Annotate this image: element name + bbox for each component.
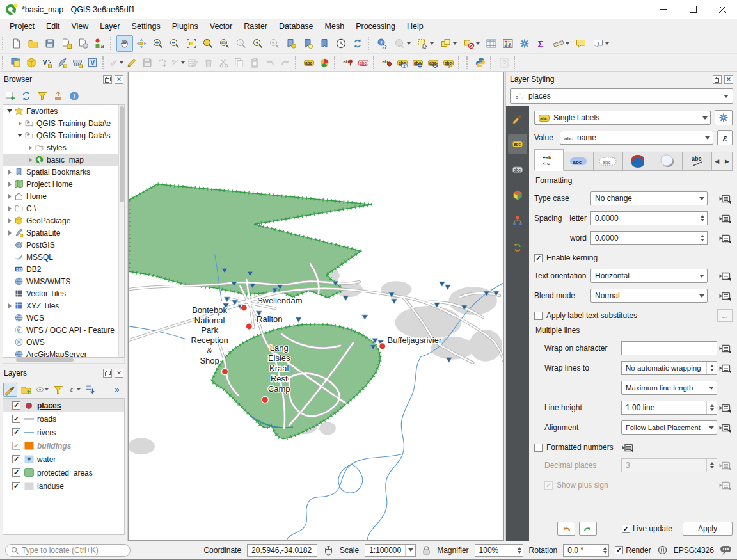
layer-visibility-checkbox[interactable]: ✓ bbox=[12, 401, 20, 410]
layer-visibility-checkbox[interactable]: ✓ bbox=[12, 455, 20, 463]
tab-mask[interactable]: abc bbox=[594, 152, 623, 171]
rotation-spinner[interactable]: 0.0 ° bbox=[563, 544, 609, 557]
add-group-button[interactable] bbox=[19, 383, 33, 397]
temporal-controller-button[interactable] bbox=[333, 35, 349, 52]
scale-combo[interactable]: 1:100000 bbox=[365, 544, 416, 557]
add-selected-layers-button[interactable] bbox=[3, 89, 17, 103]
layer-diagram-options-button[interactable] bbox=[317, 55, 332, 70]
coordinate-field[interactable]: 20.5946,-34.0182 bbox=[247, 544, 317, 557]
zoom-last-button[interactable] bbox=[250, 35, 266, 52]
pan-to-selection-button[interactable] bbox=[133, 35, 150, 52]
statistics-summary-button[interactable]: Σ bbox=[533, 35, 550, 52]
expander-icon[interactable] bbox=[26, 145, 34, 150]
toggle-editing-button[interactable] bbox=[124, 55, 139, 70]
browser-item-wcs[interactable]: WCS bbox=[3, 312, 124, 324]
browser-item-qgis-training-data-e[interactable]: QGIS-Training-Data\e bbox=[3, 117, 124, 129]
zoom-out-button[interactable] bbox=[166, 35, 183, 52]
enable-properties-widget-button[interactable]: i bbox=[67, 89, 81, 103]
layer-visibility-checkbox[interactable]: ✓ bbox=[12, 415, 20, 423]
browser-item-wms-wmts[interactable]: WMS/WMTS bbox=[3, 275, 124, 287]
menu-mesh[interactable]: Mesh bbox=[319, 20, 351, 32]
expander-icon[interactable] bbox=[16, 134, 24, 137]
wrap-lines-to-spinner[interactable]: No automatic wrapping bbox=[621, 361, 717, 375]
data-source-manager-button[interactable] bbox=[8, 55, 24, 70]
styling-tab-3d-view[interactable] bbox=[508, 186, 527, 205]
layer-item-buildings[interactable]: ✓buildings bbox=[3, 439, 124, 452]
blend-mode-override-button[interactable] bbox=[717, 289, 733, 302]
filter-by-expression-button[interactable]: ε bbox=[67, 383, 81, 397]
browser-item-styles[interactable]: styles bbox=[3, 141, 124, 154]
expression-builder-button[interactable]: ε bbox=[717, 130, 733, 145]
menu-project[interactable]: Project bbox=[4, 20, 40, 32]
select-by-form-button[interactable] bbox=[437, 35, 460, 52]
styling-tab-symbology[interactable] bbox=[508, 109, 527, 128]
browser-item-wfs-ogc-api-feature[interactable]: VWFS / OGC API - Feature bbox=[3, 324, 124, 336]
browser-item-home[interactable]: Home bbox=[3, 190, 124, 202]
browser-item-ows[interactable]: OWS bbox=[3, 336, 124, 348]
browser-float-button[interactable] bbox=[103, 75, 112, 84]
wrap-lines-to-override-button[interactable] bbox=[717, 362, 733, 374]
new-print-layout-button[interactable] bbox=[58, 35, 75, 52]
browser-item-postgis[interactable]: PostGIS bbox=[3, 239, 124, 251]
bookmark-manager-button[interactable] bbox=[316, 35, 333, 52]
menu-database[interactable]: Database bbox=[273, 20, 319, 32]
word-spacing-override-button[interactable] bbox=[717, 232, 733, 244]
styling-tab-masks[interactable]: abc bbox=[508, 160, 527, 179]
show-hide-labels-button[interactable]: abc bbox=[395, 55, 410, 70]
layer-item-water[interactable]: ✓water bbox=[3, 452, 124, 466]
styling-layer-selector[interactable]: places bbox=[510, 88, 733, 104]
wrap-mode-combo[interactable]: Maximum line length bbox=[621, 381, 717, 395]
styling-tab-diagrams[interactable] bbox=[508, 211, 527, 230]
lock-scale-icon[interactable] bbox=[422, 545, 431, 556]
layer-item-rivers[interactable]: ✓rivers bbox=[3, 426, 124, 439]
collapse-all-button[interactable] bbox=[51, 89, 65, 103]
save-project-button[interactable] bbox=[42, 35, 58, 52]
layer-visibility-checkbox[interactable]: ✓ bbox=[12, 482, 20, 490]
change-label-button[interactable]: abc bbox=[441, 55, 456, 70]
add-postgis-layer-button[interactable] bbox=[70, 55, 85, 70]
alignment-combo[interactable]: Follow Label Placement bbox=[621, 420, 717, 435]
browser-item-qgis-training-data-s[interactable]: QGIS-Training-Data\s bbox=[3, 129, 124, 141]
manage-map-themes-button[interactable] bbox=[35, 383, 49, 397]
show-layout-manager-button[interactable] bbox=[75, 35, 91, 52]
line-height-spinner[interactable]: 1.00 line bbox=[621, 401, 717, 415]
identify-features-button[interactable]: i bbox=[374, 35, 391, 52]
refresh-map-button[interactable] bbox=[349, 35, 366, 52]
text-orientation-override-button[interactable] bbox=[717, 269, 733, 282]
pin-unpin-labels-button[interactable]: ab bbox=[379, 55, 395, 70]
locate-search-input[interactable]: Type to locate (Ctrl+K) bbox=[5, 544, 131, 557]
layer-visibility-checkbox[interactable]: ✓ bbox=[12, 428, 20, 436]
wrap-on-character-input[interactable] bbox=[621, 341, 717, 355]
styling-close-button[interactable]: ✕ bbox=[724, 75, 733, 84]
zoom-in-button[interactable] bbox=[150, 35, 166, 52]
pin-labels-button[interactable]: ab bbox=[340, 55, 356, 70]
browser-item-spatial-bookmarks[interactable]: Spatial Bookmarks bbox=[3, 166, 124, 178]
menu-plugins[interactable]: Plugins bbox=[166, 20, 204, 32]
formatted-numbers-override-button[interactable] bbox=[620, 441, 635, 454]
field-calculator-button[interactable] bbox=[500, 35, 516, 52]
menu-processing[interactable]: Processing bbox=[350, 20, 401, 32]
open-project-button[interactable] bbox=[25, 35, 42, 52]
layers-close-button[interactable]: ✕ bbox=[115, 369, 123, 378]
wrap-on-character-override-button[interactable] bbox=[717, 342, 733, 355]
text-orientation-combo[interactable]: Horizontal bbox=[590, 269, 708, 283]
expander-icon[interactable] bbox=[6, 194, 13, 199]
browser-item-mssql[interactable]: MSSQL bbox=[3, 251, 124, 263]
browser-item-spatialite[interactable]: SpatiaLite bbox=[3, 227, 124, 239]
tab-callouts[interactable]: abc bbox=[683, 152, 712, 171]
menu-settings[interactable]: Settings bbox=[126, 20, 166, 32]
add-vector-layer-button[interactable]: V bbox=[39, 55, 54, 70]
letter-spacing-spinner[interactable]: 0.0000 bbox=[590, 211, 708, 225]
layer-visibility-checkbox[interactable]: ✓ bbox=[12, 442, 20, 450]
pan-map-button[interactable] bbox=[116, 35, 133, 52]
live-update-checkbox[interactable]: ✓ bbox=[622, 525, 630, 533]
filter-legend-button[interactable] bbox=[51, 383, 65, 397]
undo-style-button[interactable] bbox=[557, 522, 575, 536]
expander-icon[interactable] bbox=[6, 206, 13, 211]
menu-edit[interactable]: Edit bbox=[40, 20, 66, 32]
mouse-position-icon[interactable] bbox=[323, 545, 334, 556]
word-spacing-spinner[interactable]: 0.0000 bbox=[590, 231, 708, 245]
browser-item-geopackage[interactable]: GeoPackage bbox=[3, 214, 124, 227]
expander-icon[interactable] bbox=[6, 218, 13, 223]
blend-mode-combo[interactable]: Normal bbox=[590, 289, 708, 303]
